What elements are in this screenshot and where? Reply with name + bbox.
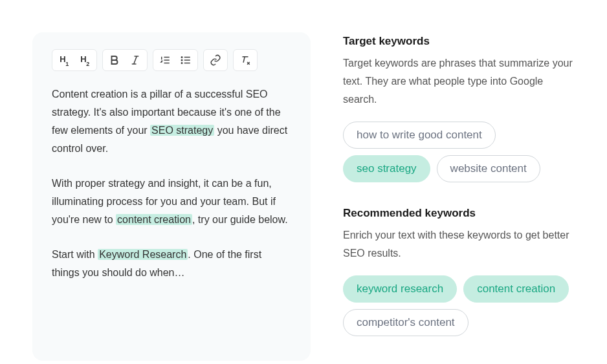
editor-paragraph: Content creation is a pillar of a succes… bbox=[52, 85, 291, 158]
link-group bbox=[203, 49, 228, 71]
format-group bbox=[102, 49, 148, 71]
clear-group bbox=[233, 49, 258, 71]
keyword-pill[interactable]: how to write good content bbox=[343, 122, 496, 149]
bold-icon bbox=[109, 54, 120, 66]
editor-content[interactable]: Content creation is a pillar of a succes… bbox=[52, 85, 291, 282]
highlighted-keyword: SEO strategy bbox=[150, 125, 214, 136]
bold-button[interactable] bbox=[105, 52, 124, 68]
recommended-keywords-desc: Enrich your text with these keywords to … bbox=[343, 226, 575, 262]
recommended-keywords-title: Recommended keywords bbox=[343, 207, 575, 220]
link-icon bbox=[210, 54, 221, 66]
keyword-pill[interactable]: competitor's content bbox=[343, 309, 469, 336]
keyword-pill[interactable]: website content bbox=[437, 155, 540, 182]
clear-format-button[interactable] bbox=[236, 52, 254, 68]
ordered-list-icon bbox=[159, 54, 171, 66]
target-keywords-desc: Target keywords are phrases that summari… bbox=[343, 54, 575, 109]
keyword-pill[interactable]: content creation bbox=[463, 275, 569, 303]
svg-point-11 bbox=[181, 63, 182, 64]
keyword-pill[interactable]: seo strategy bbox=[343, 155, 430, 182]
recommended-keywords-pills: keyword researchcontent creationcompetit… bbox=[343, 275, 575, 336]
svg-line-2 bbox=[134, 56, 137, 64]
list-group bbox=[153, 49, 198, 71]
target-keywords-section: Target keywords Target keywords are phra… bbox=[343, 35, 575, 182]
highlighted-keyword: Keyword Research bbox=[98, 249, 188, 260]
svg-point-10 bbox=[181, 59, 182, 61]
unordered-list-button[interactable] bbox=[177, 52, 195, 68]
target-keywords-title: Target keywords bbox=[343, 35, 575, 48]
editor-panel: H1 H2 bbox=[32, 32, 311, 361]
keywords-panel: Target keywords Target keywords are phra… bbox=[343, 32, 575, 361]
target-keywords-pills: how to write good contentseo strategyweb… bbox=[343, 122, 575, 182]
ordered-list-button[interactable] bbox=[156, 52, 174, 68]
recommended-keywords-section: Recommended keywords Enrich your text wi… bbox=[343, 207, 575, 336]
heading2-button[interactable]: H2 bbox=[76, 52, 94, 68]
main-container: H1 H2 bbox=[0, 0, 607, 364]
svg-point-9 bbox=[181, 57, 182, 58]
editor-paragraph: Start with Keyword Research. One of the … bbox=[52, 246, 291, 282]
unordered-list-icon bbox=[180, 54, 192, 66]
editor-paragraph: With proper strategy and insight, it can… bbox=[52, 175, 291, 229]
keyword-pill[interactable]: keyword research bbox=[343, 275, 457, 303]
editor-toolbar: H1 H2 bbox=[52, 49, 291, 71]
highlighted-keyword: content creation bbox=[116, 214, 192, 225]
heading1-button[interactable]: H1 bbox=[55, 52, 73, 68]
heading-group: H1 H2 bbox=[52, 49, 97, 71]
clear-format-icon bbox=[239, 54, 251, 66]
italic-icon bbox=[129, 54, 141, 66]
italic-button[interactable] bbox=[126, 52, 144, 68]
link-button[interactable] bbox=[206, 52, 225, 68]
